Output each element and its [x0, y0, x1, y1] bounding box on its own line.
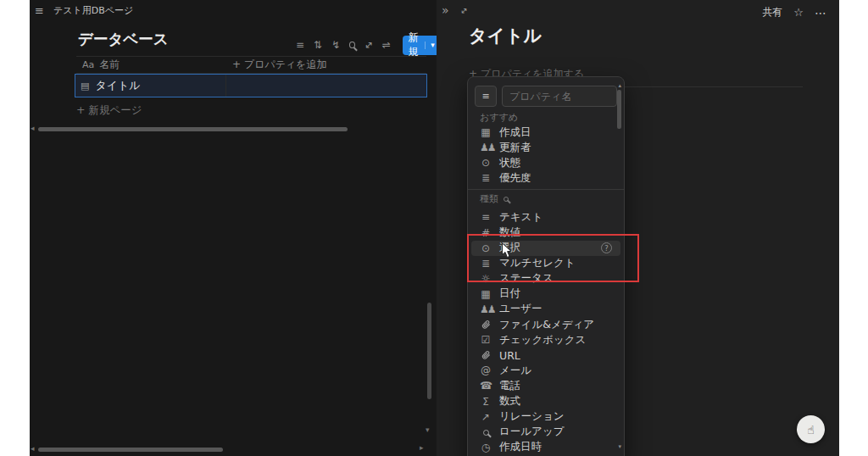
- close-peek-icon[interactable]: »: [442, 3, 449, 17]
- table-row-empty-cell[interactable]: [225, 75, 426, 97]
- menu-item-status[interactable]: ☼ ステータス: [468, 271, 624, 286]
- people-icon: ♟♟: [480, 304, 492, 314]
- page-title[interactable]: タイトル: [469, 24, 542, 47]
- table-row-title-cell[interactable]: ▤ タイトル: [75, 75, 225, 97]
- search-icon[interactable]: [349, 42, 354, 48]
- menu-item-date[interactable]: ▦ 日付: [468, 286, 624, 302]
- filter-icon[interactable]: ≡: [296, 40, 304, 50]
- property-type-button[interactable]: ≡: [475, 86, 497, 107]
- menu-scroll-down-icon[interactable]: ▾: [618, 443, 621, 450]
- relation-icon: ↗: [480, 412, 492, 422]
- menu-item-email[interactable]: @ メール: [468, 363, 624, 378]
- new-button[interactable]: 新規 ▾: [403, 36, 441, 55]
- menu-item-select[interactable]: ⊙ 選択 ?: [471, 241, 620, 256]
- phone-icon: ☎: [480, 381, 492, 391]
- text-icon: ≡: [480, 212, 492, 222]
- menu-item-rollup[interactable]: ロールアップ: [468, 425, 624, 440]
- left-topbar: ≡ テスト用DBページ: [35, 4, 133, 17]
- menu-item-number[interactable]: # 数値: [468, 225, 624, 240]
- sort-icon[interactable]: ⇅: [314, 40, 322, 50]
- menu-scroll-up-icon[interactable]: ▴: [618, 82, 621, 89]
- menu-item-last-edited-by[interactable]: ♟♟ 更新者: [468, 140, 624, 155]
- add-property-column-button[interactable]: + プロパティを追加: [225, 58, 426, 72]
- property-type-menu: ≡ おすすめ ▦ 作成日 ♟♟ 更新者 ⊙ 状態 ≣: [467, 76, 625, 456]
- table-row[interactable]: ▤ タイトル: [75, 74, 427, 97]
- scroll-left-arrow-icon[interactable]: ◂: [31, 125, 35, 132]
- select-icon: ⊙: [480, 243, 492, 253]
- peek-topbar-actions: 共有 ☆ ⋯: [762, 5, 827, 19]
- page-peek-panel: » ↔ 共有 ☆ ⋯ タイトル + プロパティを追加する ≡ おすすめ ▦ 作成…: [437, 0, 839, 456]
- scroll-left-arrow-icon[interactable]: ◂: [31, 445, 35, 453]
- paperclip-icon: [480, 320, 492, 331]
- mail-icon: @: [480, 365, 492, 375]
- new-button-label: 新規: [409, 31, 420, 59]
- panel-vertical-scrollbar[interactable]: [427, 303, 431, 399]
- clock-icon: ◷: [480, 442, 492, 453]
- text-lines-icon: ≡: [481, 91, 489, 102]
- list-icon: ≣: [480, 173, 492, 183]
- settings-icon[interactable]: ⇌: [382, 40, 391, 50]
- status-circle-icon: ⊙: [480, 158, 492, 168]
- menu-item-relation[interactable]: ↗ リレーション: [468, 409, 624, 425]
- link-icon: [480, 350, 492, 361]
- menu-item-files-media[interactable]: ファイル&メディア: [468, 317, 624, 332]
- menu-search-row: ≡: [475, 86, 617, 107]
- type-section-label: 種類: [468, 190, 624, 206]
- menu-item-checkbox[interactable]: ☑ チェックボックス: [468, 332, 624, 348]
- multiselect-icon: ≣: [480, 259, 492, 269]
- hand-pointer-icon: ☝: [807, 423, 815, 437]
- scroll-down-arrow-icon[interactable]: ▾: [426, 426, 430, 434]
- rollup-icon: [480, 427, 492, 437]
- share-button[interactable]: 共有: [762, 5, 782, 19]
- menu-item-text[interactable]: ≡ テキスト: [468, 209, 624, 225]
- number-icon: #: [480, 228, 492, 238]
- menu-item-priority[interactable]: ≣ 優先度: [468, 170, 624, 186]
- text-type-icon: Aa: [82, 59, 94, 70]
- search-icon: [504, 197, 509, 202]
- database-title: データベース: [78, 29, 169, 49]
- property-name-input[interactable]: [502, 86, 617, 107]
- properties-divider: [623, 86, 803, 87]
- expand-icon[interactable]: ↔: [362, 38, 376, 52]
- menu-item-status-suggested[interactable]: ⊙ 状態: [468, 155, 624, 170]
- formula-icon: Σ: [480, 397, 492, 407]
- menu-item-url[interactable]: URL: [468, 348, 624, 363]
- panel-horizontal-scrollbar[interactable]: [38, 448, 223, 452]
- database-toolbar: ≡ ⇅ ↯ ↔ ⇌ 新規 ▾: [296, 35, 441, 55]
- more-options-icon[interactable]: ⋯: [815, 6, 827, 19]
- scroll-right-arrow-icon[interactable]: ▸: [420, 444, 424, 452]
- status-icon: ☼: [480, 274, 492, 284]
- favorite-star-icon[interactable]: ☆: [793, 6, 804, 19]
- table-horizontal-scrollbar[interactable]: [38, 127, 348, 131]
- open-fullpage-icon[interactable]: ↔: [458, 5, 470, 17]
- notion-dark-window: ≡ テスト用DBページ データベース ≡ ⇅ ↯ ↔ ⇌ 新規 ▾ Aa 名前: [0, 0, 868, 456]
- menu-item-created-date[interactable]: ▦ 作成日: [468, 125, 624, 140]
- calendar-icon: ▦: [480, 289, 492, 299]
- hamburger-menu-icon[interactable]: ≡: [35, 5, 44, 16]
- help-icon[interactable]: ?: [601, 242, 612, 253]
- name-column-header[interactable]: Aa 名前: [76, 58, 225, 72]
- table-header-row: Aa 名前 + プロパティを追加: [76, 56, 426, 74]
- app-region: ≡ テスト用DBページ データベース ≡ ⇅ ↯ ↔ ⇌ 新規 ▾ Aa 名前: [30, 0, 839, 456]
- menu-item-formula[interactable]: Σ 数式: [468, 394, 624, 409]
- calendar-icon: ▦: [480, 127, 492, 137]
- menu-scrollbar[interactable]: [617, 90, 621, 129]
- breadcrumb: テスト用DBページ: [53, 4, 133, 17]
- cursor-highlight-button[interactable]: ☝: [797, 415, 825, 443]
- database-panel: ≡ テスト用DBページ データベース ≡ ⇅ ↯ ↔ ⇌ 新規 ▾ Aa 名前: [30, 0, 437, 456]
- menu-item-person[interactable]: ♟♟ ユーザー: [468, 302, 624, 317]
- people-icon: ♟♟: [480, 142, 492, 153]
- checkbox-icon: ☑: [480, 335, 492, 345]
- suggested-section-label: おすすめ: [468, 108, 624, 125]
- zap-icon[interactable]: ↯: [331, 40, 340, 50]
- page-icon: ▤: [81, 81, 89, 92]
- menu-item-created-time[interactable]: ◷ 作成日時: [468, 440, 624, 455]
- new-page-button[interactable]: + 新規ページ: [76, 101, 142, 120]
- menu-item-multi-select[interactable]: ≣ マルチセレクト: [468, 256, 624, 271]
- chevron-down-icon[interactable]: ▾: [425, 42, 435, 49]
- menu-item-phone[interactable]: ☎ 電話: [468, 378, 624, 393]
